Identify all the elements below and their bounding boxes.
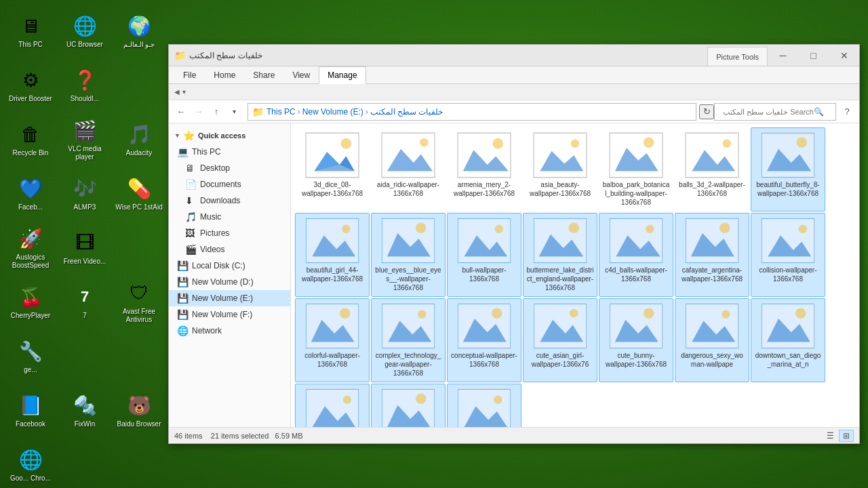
tab-view[interactable]: View (283, 66, 319, 84)
view-toggle: ☰ ⊞ (823, 430, 854, 442)
svg-point-41 (495, 225, 503, 233)
desktop-icon-recycle-bin[interactable]: 🗑 Recycle Bin (3, 112, 58, 166)
svg-point-89 (343, 396, 351, 404)
close-button[interactable]: ✕ (829, 45, 859, 66)
ribbon-tabs: File Home Share View Manage (169, 66, 859, 84)
file-item[interactable]: blue_eyes__blue_eyes__-wallpaper-1366x76… (371, 213, 446, 297)
minimize-button[interactable]: ─ (768, 45, 798, 66)
recent-button[interactable]: ▾ (226, 104, 242, 120)
back-history-icon: ◀ (174, 88, 180, 96)
desktop-icon-audacity[interactable]: 🎵 Audacity (112, 112, 166, 166)
desktop-icon-baidu[interactable]: 🐻 Baidu Browser (112, 383, 166, 437)
desktop-icon-freemaker[interactable]: 🎞 Freen Video... (58, 220, 112, 274)
file-item[interactable]: 3d_dice_08-wallpaper-1366x768 (295, 127, 370, 211)
picture-tools-tab[interactable]: Picture Tools (707, 47, 768, 66)
file-item[interactable]: beautiful_butterfly_8-wallpaper-1366x768 (751, 127, 825, 211)
desktop-icon-wise-pc[interactable]: 💊 Wise PC 1stAid (112, 166, 166, 220)
toolbar-divider: ▾ (182, 88, 186, 96)
file-item[interactable]: balls_3d_2-wallpaper-1366x768 (675, 127, 749, 211)
sidebar-item-network[interactable]: 🌐 Network (169, 323, 290, 339)
desktop-icon-facebook[interactable]: 📘 Facebook (3, 383, 58, 437)
desktop-icon-this-pc[interactable]: 🖥 This PC (3, 3, 58, 58)
desktop-icon-almp3[interactable]: 🎶 ALMP3 (58, 166, 112, 220)
desktop-icon-ge[interactable]: 🔧 ge... (3, 329, 58, 383)
svg-point-25 (723, 140, 731, 148)
file-item[interactable]: conceptual-wallpaper-1366x768 (447, 298, 521, 382)
refresh-button[interactable]: ↻ (699, 104, 714, 119)
file-item[interactable]: european_architecture-wallpaper- (371, 384, 446, 427)
sidebar-item-videos[interactable]: 🎬 Videos (169, 241, 290, 258)
svg-point-65 (418, 310, 426, 319)
help-button[interactable]: ? (839, 104, 855, 120)
desktop-icon-cherry-player[interactable]: 🍒 CherryPlayer (3, 274, 58, 329)
sidebar-item-downloads[interactable]: ⬇ Downloads (169, 192, 290, 209)
svg-point-5 (340, 138, 351, 149)
file-item[interactable]: collision-wallpaper-1366x768 (751, 213, 825, 297)
tab-file[interactable]: File (174, 66, 205, 84)
search-icon: 🔍 (814, 107, 824, 117)
desktop-icon-blank2 (112, 220, 166, 274)
file-item[interactable]: c4d_balls-wallpaper-1366x768 (599, 213, 673, 297)
file-item[interactable]: aida_ridic-wallpaper-1366x768 (371, 127, 446, 211)
up-button[interactable]: ↑ (208, 104, 224, 120)
sidebar-quick-access[interactable]: ▼ ⭐ Quick access (169, 127, 290, 144)
desktop-icon-auslogics[interactable]: 🚀 Auslogics BoostSpeed (3, 220, 58, 274)
status-bar: 46 items 21 items selected 6.59 MB ☰ ⊞ (169, 427, 859, 443)
file-item[interactable]: cafayate_argentina-wallpaper-1366x768 (675, 213, 749, 297)
maximize-button[interactable]: □ (798, 45, 829, 66)
breadcrumb-new-volume-e[interactable]: New Volume (E:) (302, 107, 363, 117)
desktop-icon-fixwin[interactable]: 🔩 FixWin (58, 383, 112, 437)
sidebar-item-this-pc[interactable]: 💻 This PC (169, 144, 290, 160)
file-item[interactable]: armenia_mery_2-wallpaper-1366x768 (447, 127, 521, 211)
tab-manage[interactable]: Manage (319, 66, 366, 84)
file-item[interactable]: dangerous_sexy_woman-wallpape (675, 298, 749, 382)
desktop-icon-blank5 (58, 437, 112, 488)
file-item[interactable]: balboa_park_botanical_building-wallpaper… (599, 127, 673, 211)
svg-point-53 (719, 222, 730, 233)
window-controls: ─ □ ✕ (768, 45, 859, 66)
large-icons-view-button[interactable]: ⊞ (839, 430, 854, 442)
title-bar-left: 📁 خلفيات سطح المكتب (169, 45, 707, 66)
sidebar-item-new-volume-d[interactable]: 💾 New Volume (D:) (169, 274, 290, 290)
details-view-button[interactable]: ☰ (823, 430, 837, 442)
file-item[interactable]: buttermere_lake_district_england-wallpap… (523, 213, 597, 297)
back-button[interactable]: ← (173, 104, 189, 120)
sidebar-item-pictures[interactable]: 🖼 Pictures (169, 225, 290, 241)
desktop-icon-arabic1[interactable]: 🌍 جـو الـعالـم (112, 3, 166, 58)
file-item[interactable]: colorful-wallpaper-1366x768 (295, 298, 370, 382)
desktop-icon-facebook-app[interactable]: 💙 Faceb... (3, 166, 58, 220)
sidebar-item-music[interactable]: 🎵 Music (169, 209, 290, 225)
desktop-icon-chrome[interactable]: 🌐 Goo... Chro... (3, 437, 58, 488)
desktop-icon-avast[interactable]: 🛡 Avast Free Antivirus (112, 274, 166, 329)
tab-home[interactable]: Home (205, 66, 244, 84)
sidebar-item-desktop[interactable]: 🖥 Desktop (169, 160, 290, 176)
file-item[interactable]: cute_bunny-wallpaper-1366x768 (599, 298, 673, 382)
breadcrumb-current-folder[interactable]: خلفيات سطح المكتب (370, 107, 443, 117)
desktop-icon-7[interactable]: 7 7 (58, 274, 112, 329)
file-item[interactable]: complex_technology_gear-wallpaper-1366x7… (371, 298, 446, 382)
file-item[interactable]: food_street_dxb-wallpaper-1366x (447, 384, 521, 427)
file-item[interactable]: asia_beauty-wallpaper-1366x768 (523, 127, 597, 211)
desktop-icon-vlc[interactable]: 🎬 VLC media player (58, 112, 112, 166)
file-item[interactable]: cute_asian_girl-wallpaper-1366x76 (523, 298, 597, 382)
sidebar-item-new-volume-f[interactable]: 💾 New Volume (F:) (169, 306, 290, 323)
search-input[interactable] (719, 108, 814, 116)
desktop-icon-uc-browser[interactable]: 🌐 UC Browser (58, 3, 112, 58)
sidebar-item-documents[interactable]: 📄 Documents (169, 176, 290, 192)
sidebar-item-new-volume-e[interactable]: 💾 New Volume (E:) (169, 290, 290, 306)
file-item[interactable]: beautiful_girl_44-wallpaper-1366x768 (295, 213, 370, 297)
address-breadcrumb[interactable]: 📁 This PC › New Volume (E:) › خلفيات سطح… (248, 103, 696, 121)
breadcrumb-this-pc[interactable]: This PC (267, 107, 296, 117)
address-bar: ← → ↑ ▾ 📁 This PC › New Volume (E:) › خل… (169, 100, 859, 123)
file-item[interactable]: downtown_san_diego_marina_at_n (751, 298, 825, 382)
desktop-icon-driver-booster[interactable]: ⚙ Driver Booster (3, 58, 58, 112)
desktop-icon-should-i[interactable]: ❓ ShouldI... (58, 58, 112, 112)
file-item[interactable]: bull-wallpaper-1366x768 (447, 213, 521, 297)
tab-share[interactable]: Share (244, 66, 283, 84)
svg-point-85 (795, 308, 806, 319)
file-item[interactable]: dream_house-wallpaper-1366x768 (295, 384, 370, 427)
file-grid: 3d_dice_08-wallpaper-1366x768 aida_ridic… (291, 123, 859, 427)
status-item-count: 46 items 21 items selected 6.59 MB (174, 432, 303, 440)
forward-button[interactable]: → (191, 104, 207, 120)
sidebar-item-local-disk-c[interactable]: 💾 Local Disk (C:) (169, 258, 290, 274)
